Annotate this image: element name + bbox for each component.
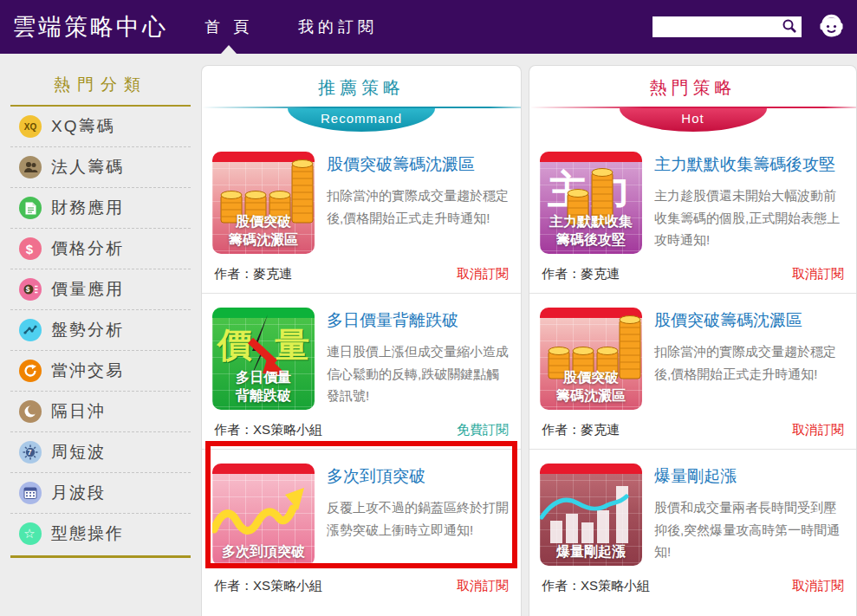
search-button[interactable] <box>779 17 800 36</box>
sidebar-item-label: 法人籌碼 <box>51 156 124 178</box>
sidebar-item-xq-chips[interactable]: XQ XQ籌碼 <box>10 107 191 147</box>
institutional-people-icon <box>19 156 42 178</box>
sidebar-item-label: 型態操作 <box>51 522 124 545</box>
thumb-label: 多次到頂突破 <box>212 543 315 561</box>
strategy-title[interactable]: 股價突破籌碼沈澱區 <box>327 153 510 176</box>
sidebar-item-label: 隔日沖 <box>51 400 106 423</box>
svg-text:$: $ <box>25 285 31 294</box>
strategy-author: 作者：麥克連 <box>542 266 620 282</box>
hot-ribbon-label: Hot <box>620 108 767 132</box>
sidebar-item-price-volume[interactable]: $ 價量應用 <box>10 269 191 310</box>
strategy-thumbnail[interactable]: 股價突破 籌碼沈澱區 <box>212 152 315 254</box>
hot-panel-title: 熱門策略 <box>529 76 856 100</box>
main-nav: 首 頁 我的訂閱 <box>205 0 423 54</box>
strategy-title[interactable]: 爆量剛起漲 <box>654 465 846 488</box>
strategy-description: 扣除當沖的實際成交量趨於穩定後,價格開始正式走升時通知! <box>327 185 510 229</box>
app-title: 雲端策略中心 <box>12 11 168 42</box>
app-header: 雲端策略中心 首 頁 我的訂閱 <box>0 0 857 54</box>
recommended-ribbon-label: Recommand <box>288 108 435 132</box>
strategy-author: 作者：麥克連 <box>214 266 292 282</box>
monthly-calendar-icon <box>19 482 42 504</box>
price-dollar-icon: $ <box>19 237 42 260</box>
pattern-star-icon: ☆ <box>19 522 42 545</box>
sidebar-item-label: 價量應用 <box>51 278 124 301</box>
thumb-label: 股價突破 籌碼沈澱區 <box>540 369 642 405</box>
sidebar-item-monthly-swing[interactable]: 月波段 <box>10 473 191 514</box>
strategy-thumbnail[interactable]: 股價突破 籌碼沈澱區 <box>540 308 642 410</box>
market-trend-icon <box>19 319 42 341</box>
strategy-author: 作者：XS策略小組 <box>214 422 322 438</box>
thumb-label: 爆量剛起漲 <box>540 543 642 561</box>
unsubscribe-link[interactable]: 取消訂閱 <box>457 266 509 282</box>
nav-my-subscriptions[interactable]: 我的訂閱 <box>298 0 378 54</box>
sidebar-item-overnight[interactable]: 隔日沖 <box>10 392 191 432</box>
hot-strategies-panel: 熱門策略 Hot 主力 <box>529 65 857 616</box>
strategy-author: 作者：XS策略小組 <box>542 578 650 594</box>
strategy-description: 股價和成交量兩者長時間受到壓抑後,突然爆量攻高時第一時間通知! <box>654 496 846 563</box>
recommended-panel-header: 推薦策略 Recommand <box>202 66 521 138</box>
unsubscribe-link[interactable]: 取消訂閱 <box>457 578 509 594</box>
search-box <box>652 16 802 37</box>
sidebar-item-label: 當沖交易 <box>51 360 124 382</box>
strategy-title[interactable]: 多日價量背離跌破 <box>327 309 510 332</box>
overnight-moon-icon <box>19 400 42 423</box>
sidebar-item-label: XQ籌碼 <box>51 115 114 138</box>
sidebar-item-weekly-swing[interactable]: 7 周短波 <box>10 432 191 473</box>
strategy-thumbnail[interactable]: 多次到頂突破 <box>212 464 315 566</box>
strategy-description: 主力趁股價還未開始大幅波動前收集籌碼的個股,正式開始表態上攻時通知! <box>654 185 846 251</box>
strategy-title[interactable]: 主力默默收集籌碼後攻堅 <box>654 153 846 176</box>
search-icon <box>782 18 797 36</box>
free-subscribe-link[interactable]: 免費訂閱 <box>457 422 509 438</box>
strategy-thumbnail[interactable]: 爆量剛起漲 <box>540 464 642 566</box>
strategy-card: 主力 主力默默收集 <box>540 138 846 293</box>
recommended-ribbon: Recommand <box>202 107 521 138</box>
finance-document-icon <box>19 197 42 219</box>
nav-home[interactable]: 首 頁 <box>205 0 253 54</box>
sidebar-hot-categories: 熱門分類 XQ XQ籌碼 法人籌碼 <box>0 65 201 558</box>
strategy-card: 價 量 多日價量 背離跌破 <box>212 294 510 449</box>
svg-text:7: 7 <box>28 448 34 457</box>
sidebar-item-institutional-chips[interactable]: 法人籌碼 <box>10 147 191 188</box>
sidebar-item-day-trading[interactable]: 當沖交易 <box>10 351 191 392</box>
strategy-title[interactable]: 多次到頂突破 <box>327 465 510 488</box>
sidebar-item-label: 周短波 <box>51 441 106 464</box>
sidebar-item-financial-apps[interactable]: 財務應用 <box>10 188 191 229</box>
thumb-label: 股價突破 籌碼沈澱區 <box>212 213 315 250</box>
unsubscribe-link[interactable]: 取消訂閱 <box>792 266 844 282</box>
strategy-card-highlighted: 多次到頂突破 多次到頂突破 反覆上攻不過的鍋蓋區終於打開漲勢突破上衝時立即通知!… <box>212 450 510 605</box>
strategy-card: 爆量剛起漲 爆量剛起漲 股價和成交量兩者長時間受到壓抑後,突然爆量攻高時第一時間… <box>540 450 846 605</box>
thumb-label: 多日價量 背離跌破 <box>212 369 315 405</box>
strategy-card: 股價突破 籌碼沈澱區 股價突破籌碼沈澱區 扣除當沖的實際成交量趨於穩定後,價格開… <box>212 138 510 293</box>
strategy-description: 反覆上攻不過的鍋蓋區終於打開漲勢突破上衝時立即通知! <box>327 496 510 541</box>
strategy-card: 股價突破 籌碼沈澱區 股價突破籌碼沈澱區 扣除當沖的實際成交量趨於穩定後,價格開… <box>540 294 846 449</box>
sidebar-list: XQ XQ籌碼 法人籌碼 <box>10 107 191 554</box>
weekly-wave-icon: 7 <box>19 441 42 464</box>
sidebar-item-pattern-trading[interactable]: ☆ 型態操作 <box>10 514 191 554</box>
sidebar-item-price-analysis[interactable]: $ 價格分析 <box>10 229 191 269</box>
strategy-author: 作者：麥克連 <box>542 422 620 438</box>
sidebar-item-market-analysis[interactable]: 盤勢分析 <box>10 310 191 351</box>
strategy-title[interactable]: 股價突破籌碼沈澱區 <box>654 309 846 332</box>
strategy-thumbnail[interactable]: 主力 主力默默收集 <box>540 152 642 254</box>
strategy-thumbnail[interactable]: 價 量 多日價量 背離跌破 <box>212 308 315 410</box>
strategy-description: 扣除當沖的實際成交量趨於穩定後,價格開始正式走升時通知! <box>654 340 846 385</box>
sidebar-item-label: 價格分析 <box>51 237 124 260</box>
recommended-panel-title: 推薦策略 <box>202 76 521 100</box>
sidebar-item-label: 財務應用 <box>51 197 124 219</box>
sidebar-title: 熱門分類 <box>9 67 192 105</box>
sidebar-bottom-rule <box>10 555 191 558</box>
thumb-label: 主力默默收集 籌碼後攻堅 <box>540 213 642 250</box>
recommended-strategies-panel: 推薦策略 Recommand <box>201 65 522 616</box>
customer-service-icon[interactable] <box>817 12 845 42</box>
price-volume-icon: $ <box>19 278 42 301</box>
unsubscribe-link[interactable]: 取消訂閱 <box>792 422 844 438</box>
day-trade-refresh-icon <box>19 360 42 382</box>
main-content: 熱門分類 XQ XQ籌碼 法人籌碼 <box>0 65 857 616</box>
strategy-author: 作者：XS策略小組 <box>214 578 322 594</box>
strategy-description: 連日股價上漲但成交量縮小造成信心鬆動的反轉,跌破關鍵點觸發訊號! <box>327 340 510 407</box>
sidebar-item-label: 盤勢分析 <box>51 319 124 341</box>
hot-ribbon: Hot <box>529 107 856 138</box>
xq-badge-icon: XQ <box>19 115 42 138</box>
unsubscribe-link[interactable]: 取消訂閱 <box>792 578 844 594</box>
hot-panel-header: 熱門策略 Hot <box>529 66 856 138</box>
